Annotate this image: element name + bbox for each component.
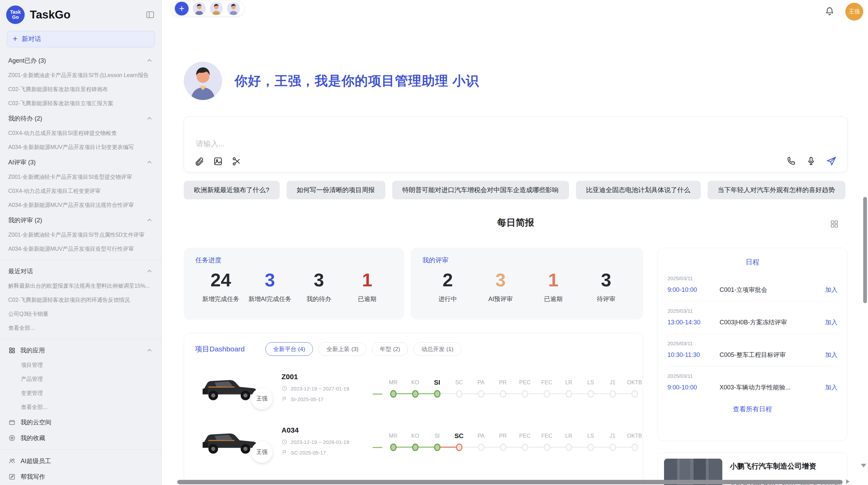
app-item[interactable]: 项目管理: [0, 358, 161, 372]
send-icon[interactable]: [826, 156, 837, 166]
sidebar-task-item[interactable]: Z001-全新燃油轻卡产品开发项目SI造型提交物评审: [0, 170, 161, 184]
project-owner-badge: 王强: [251, 388, 273, 409]
scissors-icon[interactable]: [231, 156, 242, 166]
project-dates-text: 2023-12-19 ~ 2026-01-19: [291, 439, 349, 445]
project-row[interactable]: 王强A0342023-12-19 ~ 2026-01-19SC-2025-05-…: [195, 419, 643, 463]
dashboard-filter-tab[interactable]: 动总开发 (1): [413, 342, 461, 356]
scroll-down-arrow[interactable]: [861, 464, 866, 468]
suggestion-chip[interactable]: 欧洲新规最近颁布了什么?: [184, 181, 280, 199]
sidebar-section-header[interactable]: Agent已办 (3): [0, 53, 161, 69]
dashboard-filter-tab[interactable]: 全新平台 (4): [265, 342, 313, 356]
sidebar-item-cloud-drive[interactable]: 我的云空间: [0, 414, 161, 430]
sidebar-task-item[interactable]: C02-飞腾新能源轻客改款项目立项汇报方案: [0, 97, 161, 111]
my-apps-header[interactable]: 我的应用: [0, 343, 161, 358]
sidebar-task-item[interactable]: C0X4-动力总成开发项目工程变更评审: [0, 184, 161, 198]
cloud-drive-icon: [8, 419, 16, 426]
join-link[interactable]: 加入: [825, 286, 837, 294]
chevron-up-icon[interactable]: [146, 347, 153, 354]
notification-bell-icon[interactable]: [825, 7, 834, 16]
join-link[interactable]: 加入: [825, 383, 837, 391]
sidebar-task-item[interactable]: A034-全新新能源MUV产品开发项目法规符合性评审: [0, 198, 161, 212]
milestone-dot: [610, 390, 616, 398]
schedule-item: 2025/03/1110:30-11:30C005-整车工程目标评审加入: [667, 334, 837, 366]
chevron-up-icon[interactable]: [146, 268, 153, 275]
milestone-track: MRKOSISCPAPRPECFECLRLSJ1OKTB: [373, 377, 643, 398]
briefing-title: 每日简报: [184, 216, 847, 229]
new-session-button[interactable]: +: [175, 2, 189, 15]
milestone-dot: [631, 444, 638, 451]
join-link[interactable]: 加入: [825, 318, 837, 326]
sidebar-section-header[interactable]: AI评审 (3): [0, 154, 161, 170]
sidebar-task-item[interactable]: Z001-全新燃油轻卡产品开发项目SI节点属性5D文件评审: [0, 228, 161, 242]
milestone: SC: [448, 431, 470, 451]
view-all-chats-link[interactable]: 查看全部...: [0, 321, 161, 335]
stat-label: 进行中: [427, 295, 468, 303]
sidebar-item-label: AI超级员工: [21, 457, 51, 465]
dashboard-filter-tab[interactable]: 年型 (2): [372, 342, 408, 356]
milestone-lead-line: [373, 447, 382, 448]
sidebar-task-item[interactable]: A034-全新新能源MUV产品开发项目造型可行性评审: [0, 242, 161, 256]
milestone-lead-line: [373, 394, 382, 395]
sidebar-item-write[interactable]: 帮我写作: [0, 469, 161, 485]
sidebar-task-item[interactable]: Z001-全新燃油皮卡产品开发项目SI节点Lesson Learn报告: [0, 69, 161, 83]
suggestion-chip[interactable]: 特朗普可能对进口汽车增税会对中国车企造成哪些影响: [392, 181, 569, 199]
sidebar-section-header[interactable]: 我的待办 (2): [0, 111, 161, 126]
view-all-apps-link[interactable]: 查看全部...: [0, 400, 161, 414]
milestone-label: MR: [382, 377, 404, 388]
sidebar-collapse-icon[interactable]: [145, 10, 155, 20]
milestone-label: PEC: [514, 431, 536, 441]
chevron-up-icon[interactable]: [146, 115, 153, 122]
chevron-up-icon[interactable]: [146, 57, 153, 64]
section-title: 我的评审 (2): [8, 216, 146, 224]
layout-grid-icon[interactable]: [830, 219, 839, 229]
microphone-icon[interactable]: [806, 156, 816, 166]
schedule-date: 2025/03/11: [667, 308, 837, 314]
scroll-right-arrow[interactable]: [846, 479, 849, 484]
image-icon[interactable]: [213, 156, 223, 166]
milestone-dot: [456, 390, 462, 398]
schedule-time: 9:00-10:00: [667, 384, 720, 391]
join-link[interactable]: 加入: [825, 351, 837, 359]
suggestion-chip[interactable]: 当下年轻人对汽车外观有怎样的喜好趋势: [708, 181, 845, 199]
new-chat-button[interactable]: + 新对话: [7, 31, 155, 47]
project-dates-text: 2023-12-19 ~ 2027-01-19: [291, 386, 349, 391]
vertical-scrollbar[interactable]: [863, 197, 867, 303]
horizontal-scrollbar[interactable]: [177, 480, 843, 484]
sidebar-task-item[interactable]: C0X4-动力总成开发项目SI里程碑提交物检查: [0, 126, 161, 140]
agent-avatar[interactable]: [227, 2, 240, 15]
recent-chat-item[interactable]: 解释最新出台的欧盟报废车法规再生塑料比例被调至15%...: [0, 279, 161, 293]
chevron-up-icon[interactable]: [146, 159, 153, 166]
schedule-row: 13:00-14:30C003|H0B-方案冻结评审加入: [667, 318, 837, 326]
stat: 1已逾期: [533, 268, 574, 303]
dashboard-filter-tab[interactable]: 全新上装 (3): [318, 342, 366, 356]
star-badge-icon: [8, 434, 16, 442]
app-title: TaskGo: [30, 8, 145, 21]
attachment-icon[interactable]: [194, 156, 205, 166]
chevron-up-icon[interactable]: [146, 216, 153, 224]
user-avatar[interactable]: 王强: [845, 3, 863, 21]
stat-value: 1: [347, 268, 388, 292]
stat: 3待评审: [586, 268, 627, 303]
suggestion-chip[interactable]: 比亚迪全固态电池计划具体说了什么: [576, 181, 701, 199]
app-item[interactable]: 产品管理: [0, 372, 161, 386]
chat-input[interactable]: 请输入...: [184, 116, 847, 172]
sidebar-item-star-badge[interactable]: 我的收藏: [0, 430, 161, 446]
sidebar-section-header[interactable]: 我的评审 (2): [0, 212, 161, 228]
sidebar-item-people[interactable]: AI超级员工: [0, 453, 161, 469]
stat-value: 3: [298, 268, 339, 292]
milestone-label: OKTB: [624, 377, 643, 388]
milestone-label: LS: [580, 431, 602, 441]
recent-chats-header[interactable]: 最近对话: [0, 263, 161, 279]
view-all-schedule-link[interactable]: 查看所有日程: [667, 399, 837, 420]
sidebar-task-item[interactable]: C02-飞腾新能源轻客改款项目里程碑画布: [0, 83, 161, 97]
phone-icon[interactable]: [786, 156, 796, 166]
agent-avatar[interactable]: [193, 2, 206, 15]
agent-avatar[interactable]: [210, 2, 223, 15]
sidebar-task-item[interactable]: A034-全新新能源MUV产品开发项目计划变更表编写: [0, 140, 161, 154]
project-row[interactable]: 王强Z0012023-12-19 ~ 2027-01-19SI-2025-05-…: [195, 365, 643, 409]
recent-chat-item[interactable]: 公司Q3轻卡销量: [0, 307, 161, 321]
section-title: 我的应用: [20, 346, 146, 355]
suggestion-chip[interactable]: 如何写一份清晰的项目周报: [287, 181, 385, 199]
recent-chat-item[interactable]: C02-飞腾新能源轻客改款项目的闭环通告反馈情况: [0, 293, 161, 307]
app-item[interactable]: 变更管理: [0, 386, 161, 400]
